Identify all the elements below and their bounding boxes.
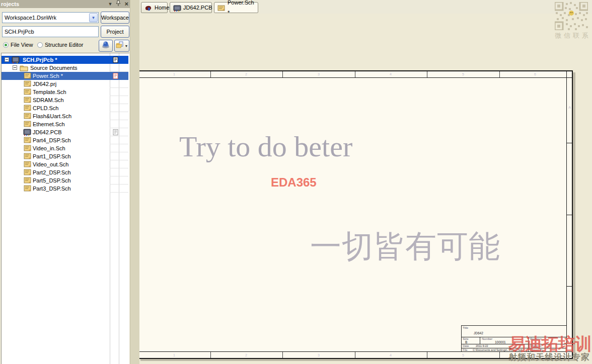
sch-icon xyxy=(217,5,226,11)
schematic-file-icon xyxy=(24,88,33,96)
tree-item-label: Flash&Uart.Sch xyxy=(33,112,71,120)
tree-item-label: Part4_DSP.Sch xyxy=(33,136,71,144)
combo-arrow-icon[interactable]: ▼ xyxy=(89,13,98,22)
schematic-file-icon xyxy=(24,177,33,184)
date-value: 2011-9-22 xyxy=(476,344,488,348)
project-icon xyxy=(11,56,20,63)
zone-label: 5 xyxy=(458,72,468,76)
zone-label: 6 xyxy=(530,72,540,76)
zone-label: 6 xyxy=(530,353,540,357)
open-folder-icon xyxy=(116,41,124,51)
schematic-file-icon xyxy=(24,72,33,79)
zone-label: 2 xyxy=(241,353,251,357)
tree-item-video-out-sch[interactable]: Video_out.Sch xyxy=(2,160,128,168)
tree-item-part1-dsp-sch[interactable]: Part1_DSP.Sch xyxy=(2,152,128,160)
tab-home[interactable]: Home xyxy=(141,2,168,13)
size-value: B xyxy=(465,340,467,344)
projects-panel: rojects ▼ × Workspace1.DsnWrk ▼ Workspac… xyxy=(0,0,130,364)
date-label: Date xyxy=(463,344,469,348)
drawn-by-label: Drawn By xyxy=(530,348,543,352)
tree-item-label: SCH.PrjPcb * xyxy=(23,56,57,64)
close-icon[interactable]: × xyxy=(124,1,128,8)
tree-item-cpld-sch[interactable]: CPLD.Sch xyxy=(2,104,128,112)
tree-item-part3-dsp-sch[interactable]: Part3_DSP.Sch xyxy=(2,185,128,193)
tree-item-video-in-sch[interactable]: Video_in.Sch xyxy=(2,144,128,152)
project-button[interactable]: Project xyxy=(101,26,129,38)
structure-editor-label: Structure Editor xyxy=(45,42,83,48)
collapse-expander-icon[interactable] xyxy=(5,57,9,62)
tree-item-flash-uart-sch[interactable]: Flash&Uart.Sch xyxy=(2,112,128,120)
zone-label: 4 xyxy=(386,353,396,357)
tab-jd642-pcb[interactable]: JD642.PCB xyxy=(170,2,212,13)
tree-item-label: Part5_DSP.Sch xyxy=(33,176,71,185)
schematic-file-icon xyxy=(24,80,33,87)
tree-item-jd642-pcb[interactable]: JD642.PCB xyxy=(2,128,128,136)
tree-item-power-sch[interactable]: Power.Sch * xyxy=(2,72,128,80)
tree-item-label: JD642.prj xyxy=(33,80,56,88)
compile-button[interactable] xyxy=(99,40,113,52)
open-document-button[interactable]: ▼ xyxy=(114,40,129,52)
zone-label: 1 xyxy=(169,72,179,76)
file-view-label: File View xyxy=(11,42,33,48)
panel-splitter[interactable] xyxy=(130,0,139,364)
collapse-expander-icon[interactable] xyxy=(13,65,17,70)
workspace-button[interactable]: Workspace xyxy=(101,12,129,24)
schematic-file-icon xyxy=(24,105,33,112)
document-tab-bar: Home JD642.PCB Power.Sch * xyxy=(139,0,592,14)
tree-item-label: Power.Sch * xyxy=(33,72,63,80)
schematic-file-icon xyxy=(24,145,33,152)
tree-item-jd642-prj[interactable]: JD642.prj xyxy=(2,80,128,88)
pin-icon[interactable] xyxy=(115,0,121,9)
schematic-file-icon xyxy=(24,153,33,160)
zone-label: 5 xyxy=(458,353,468,357)
document-icon xyxy=(113,129,118,135)
title-block: Title JD642 Size B Number 100001 Revisio… xyxy=(461,325,566,351)
workspace-combo-value: Workspace1.DsnWrk xyxy=(5,15,56,21)
dropdown-arrow-icon[interactable]: ▼ xyxy=(125,44,128,48)
tree-item-part5-dsp-sch[interactable]: Part5_DSP.Sch xyxy=(2,176,128,185)
panel-titlebar[interactable]: rojects ▼ × xyxy=(0,0,130,8)
tree-item-label: Part3_DSP.Sch xyxy=(33,185,71,193)
sheet-border-line xyxy=(138,77,572,78)
zone-label: 1 xyxy=(169,353,179,357)
number-label: Number xyxy=(482,337,492,341)
project-field[interactable]: SCH.PrjPcb xyxy=(2,26,99,37)
tree-item-ethernet-sch[interactable]: Ethernet.Sch xyxy=(2,120,128,128)
file-label: File xyxy=(463,348,468,352)
application-window: rojects ▼ × Workspace1.DsnWrk ▼ Workspac… xyxy=(0,0,592,364)
pcb-icon xyxy=(173,5,181,11)
tab-label: JD642.PCB xyxy=(183,3,212,13)
tree-item-label: Ethernet.Sch xyxy=(33,120,65,128)
schematic-file-icon xyxy=(24,169,33,176)
structure-editor-radio[interactable] xyxy=(37,42,43,48)
home-icon xyxy=(144,5,153,11)
schematic-file-icon xyxy=(24,161,33,168)
tree-item-source-documents[interactable]: Source Documents xyxy=(2,64,128,72)
pcb-file-icon xyxy=(23,129,32,136)
file-view-radio[interactable] xyxy=(3,42,9,48)
tree-item-project-root[interactable]: SCH.PrjPcb * xyxy=(2,56,128,64)
tab-label: Home xyxy=(155,3,169,13)
zone-label: 3 xyxy=(314,353,324,357)
zone-label: 2 xyxy=(241,72,251,76)
schematic-file-icon xyxy=(24,97,33,104)
tab-power-sch[interactable]: Power.Sch * xyxy=(214,2,258,13)
title-value: JD642 xyxy=(474,331,483,335)
schematic-file-icon xyxy=(24,113,33,120)
tree-item-part2-dsp-sch[interactable]: Part2_DSP.Sch xyxy=(2,168,128,176)
tree-item-label: Video_in.Sch xyxy=(33,144,65,152)
tree-item-label: CPLD.Sch xyxy=(33,104,58,112)
tree-item-label: Part2_DSP.Sch xyxy=(33,168,71,176)
schematic-file-icon xyxy=(24,137,33,144)
tree-item-template-sch[interactable]: Template.Sch xyxy=(2,88,128,96)
revision-label: Revision xyxy=(530,337,542,341)
tree-item-label: Video_out.Sch xyxy=(33,160,68,168)
tree-item-sdram-sch[interactable]: SDRAM.Sch xyxy=(2,96,128,104)
chevron-down-icon[interactable]: ▼ xyxy=(108,0,112,8)
modified-document-icon xyxy=(113,57,118,63)
zone-label: 4 xyxy=(386,72,396,76)
workspace-combo[interactable]: Workspace1.DsnWrk ▼ xyxy=(2,12,99,23)
panel-title: rojects xyxy=(1,1,19,7)
tree-item-part4-dsp-sch[interactable]: Part4_DSP.Sch xyxy=(2,136,128,144)
schematic-sheet[interactable]: 1 2 3 4 5 6 1 2 3 4 5 6 A Title JD642 Si… xyxy=(138,70,573,359)
